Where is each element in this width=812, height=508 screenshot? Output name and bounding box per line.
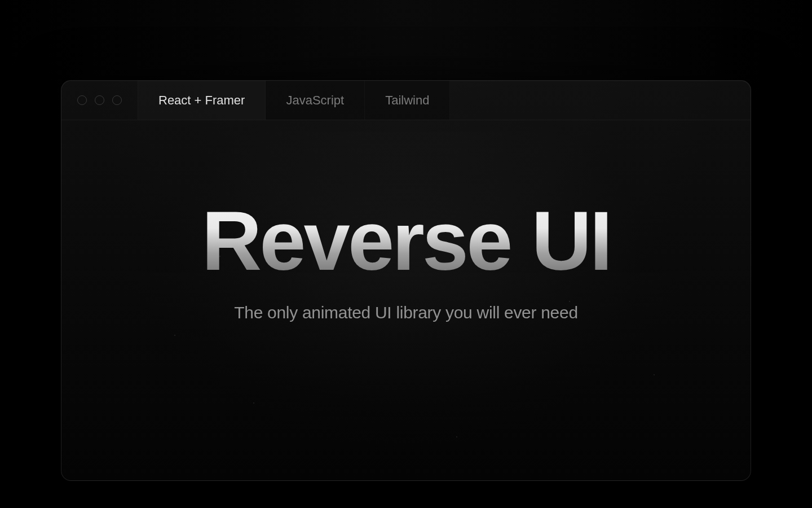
hero-title: Reverse UI	[201, 199, 610, 283]
minimize-icon[interactable]	[95, 95, 104, 105]
app-window: React + Framer JavaScript Tailwind Rever…	[61, 80, 751, 481]
tab-tailwind[interactable]: Tailwind	[365, 81, 450, 120]
close-icon[interactable]	[77, 95, 87, 105]
maximize-icon[interactable]	[112, 95, 122, 105]
titlebar: React + Framer JavaScript Tailwind	[61, 81, 751, 120]
particle-dot	[253, 402, 254, 404]
tab-bar: React + Framer JavaScript Tailwind	[138, 81, 751, 120]
particle-dot	[654, 374, 655, 375]
tab-label: JavaScript	[286, 93, 344, 108]
tab-label: React + Framer	[158, 93, 245, 108]
traffic-lights	[61, 81, 138, 120]
tab-label: Tailwind	[385, 93, 429, 108]
tab-react-framer[interactable]: React + Framer	[138, 81, 266, 120]
particle-dot	[456, 436, 457, 437]
window-content: Reverse UI The only animated UI library …	[61, 120, 751, 480]
particle-dot	[569, 301, 570, 302]
hero-subtitle: The only animated UI library you will ev…	[234, 303, 578, 322]
particle-dot	[174, 335, 175, 336]
tab-javascript[interactable]: JavaScript	[266, 81, 365, 120]
